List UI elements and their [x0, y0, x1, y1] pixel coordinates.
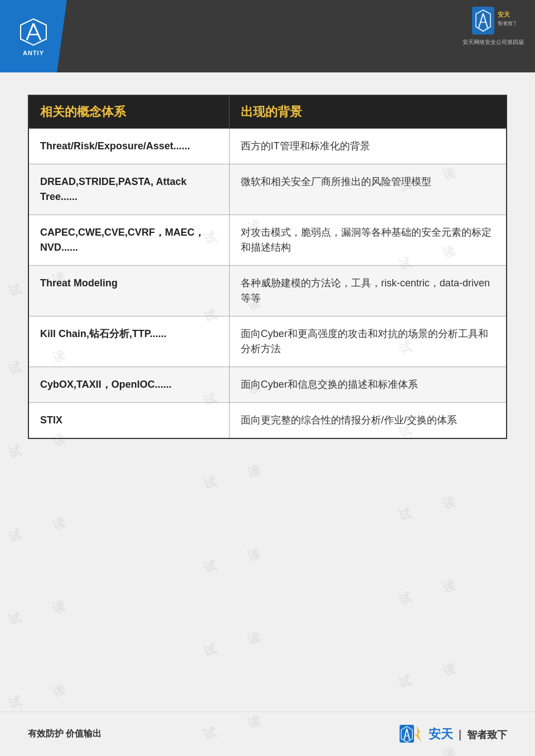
- table-row: CybOX,TAXII，OpenIOC......面向Cyber和信息交换的描述…: [28, 367, 507, 403]
- brand-logo-icon: 安天 智者致下: [471, 6, 515, 36]
- svg-rect-4: [472, 7, 494, 35]
- main-content: 相关的概念体系 出现的背景 Threat/Risk/Exposure/Asset…: [0, 72, 535, 461]
- table-cell-col1: Kill Chain,钻石分析,TTP......: [28, 316, 229, 367]
- table-cell-col2: 面向Cyber和更高强度的攻击和对抗的场景的分析工具和分析方法: [229, 316, 507, 367]
- table-cell-col2: 西方的IT管理和标准化的背景: [229, 129, 507, 164]
- logo-text: ANTIY: [23, 50, 44, 56]
- col2-header: 出现的背景: [229, 95, 507, 129]
- table-cell-col2: 面向更完整的综合性的情报分析/作业/交换的体系: [229, 403, 507, 439]
- table-row: Threat/Risk/Exposure/Asset......西方的IT管理和…: [28, 129, 507, 164]
- logo-area: ANTIY: [0, 0, 67, 72]
- svg-line-2: [33, 23, 41, 40]
- col1-header: 相关的概念体系: [28, 95, 229, 129]
- header-brand-subtitle: 安天网络安全公司第四届: [463, 38, 524, 46]
- table-row: STIX面向更完整的综合性的情报分析/作业/交换的体系: [28, 403, 507, 439]
- footer-sub-text: 智者致下: [467, 729, 507, 740]
- table-row: CAPEC,CWE,CVE,CVRF，MAEC，NVD......对攻击模式，脆…: [28, 215, 507, 266]
- table-row: Threat Modeling各种威胁建模的方法论，工具，risk-centri…: [28, 266, 507, 316]
- footer-antiy-text: 安天: [429, 727, 453, 741]
- footer-logo: 安天 | 智者致下: [399, 724, 507, 744]
- svg-marker-0: [21, 19, 46, 45]
- table-body: Threat/Risk/Exposure/Asset......西方的IT管理和…: [28, 129, 507, 439]
- svg-line-1: [27, 23, 33, 40]
- table-row: Kill Chain,钻石分析,TTP......面向Cyber和更高强度的攻击…: [28, 316, 507, 367]
- svg-text:智者致下: 智者致下: [498, 21, 515, 26]
- concept-table: 相关的概念体系 出现的背景 Threat/Risk/Exposure/Asset…: [28, 95, 507, 439]
- table-cell-col1: STIX: [28, 403, 229, 439]
- svg-marker-16: [415, 725, 421, 742]
- header-brand: 安天 智者致下 安天网络安全公司第四届: [463, 6, 524, 46]
- table-cell-col2: 面向Cyber和信息交换的描述和标准体系: [229, 367, 507, 403]
- svg-rect-11: [400, 725, 414, 743]
- footer-logo-main: 安天 | 智者致下: [429, 726, 507, 743]
- footer-pipe: |: [459, 728, 462, 740]
- footer-right: 安天 | 智者致下: [399, 724, 507, 744]
- table-cell-col1: Threat Modeling: [28, 266, 229, 316]
- footer: 有效防护 价值输出 安天 | 智者致下: [0, 711, 535, 756]
- antiy-logo-icon: [18, 17, 49, 47]
- table-cell-col2: 对攻击模式，脆弱点，漏洞等各种基础的安全元素的标定和描述结构: [229, 215, 507, 266]
- footer-left-text: 有效防护 价值输出: [28, 728, 101, 740]
- footer-logo-icon: [399, 724, 424, 744]
- table-cell-col1: DREAD,STRIDE,PASTA, Attack Tree......: [28, 164, 229, 215]
- table-header-row: 相关的概念体系 出现的背景: [28, 95, 507, 129]
- svg-text:安天: 安天: [497, 11, 510, 18]
- table-cell-col1: Threat/Risk/Exposure/Asset......: [28, 129, 229, 164]
- table-cell-col1: CybOX,TAXII，OpenIOC......: [28, 367, 229, 403]
- table-row: DREAD,STRIDE,PASTA, Attack Tree......微软和…: [28, 164, 507, 215]
- header: ANTIY 试读 试读 试读 试读 试读 试读 试读 安天 智者致下 安天网络安…: [0, 0, 535, 72]
- table-cell-col2: 各种威胁建模的方法论，工具，risk-centric，data-driven等等: [229, 266, 507, 316]
- table-cell-col1: CAPEC,CWE,CVE,CVRF，MAEC，NVD......: [28, 215, 229, 266]
- table-cell-col2: 微软和相关安全厂商所推出的风险管理模型: [229, 164, 507, 215]
